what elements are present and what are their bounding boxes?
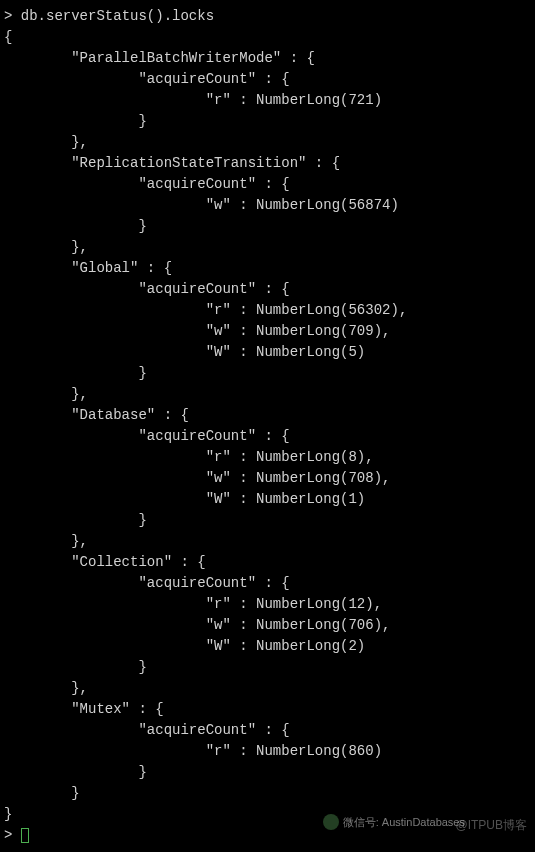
output-line: "ParallelBatchWriterMode" : { — [4, 48, 531, 69]
output-line: "acquireCount" : { — [4, 573, 531, 594]
output-line: } — [4, 783, 531, 804]
output-line: "Collection" : { — [4, 552, 531, 573]
lock-value: NumberLong(2) — [256, 638, 365, 654]
lock-value: NumberLong(12) — [256, 596, 374, 612]
lock-value: NumberLong(56302) — [256, 302, 399, 318]
lock-value: NumberLong(8) — [256, 449, 365, 465]
output-line: "w" : NumberLong(708), — [4, 468, 531, 489]
wechat-text: 微信号: AustinDatabases — [343, 814, 465, 831]
output-line: }, — [4, 237, 531, 258]
output-line: "r" : NumberLong(56302), — [4, 300, 531, 321]
wechat-label: 微信号: AustinDatabases — [323, 814, 465, 831]
command-text: db.serverStatus().locks — [21, 8, 214, 24]
output-line: "r" : NumberLong(8), — [4, 447, 531, 468]
lock-value: NumberLong(721) — [256, 92, 382, 108]
lock-value: NumberLong(709) — [256, 323, 382, 339]
lock-value: NumberLong(860) — [256, 743, 382, 759]
output-line: "acquireCount" : { — [4, 426, 531, 447]
output-line: "w" : NumberLong(709), — [4, 321, 531, 342]
wechat-icon — [323, 814, 339, 830]
output-line: "r" : NumberLong(721) — [4, 90, 531, 111]
cursor-icon — [21, 828, 29, 843]
output-line: "r" : NumberLong(12), — [4, 594, 531, 615]
output-line: { — [4, 27, 531, 48]
output-line: }, — [4, 384, 531, 405]
lock-value: NumberLong(708) — [256, 470, 382, 486]
output-line: "W" : NumberLong(1) — [4, 489, 531, 510]
output-line: } — [4, 111, 531, 132]
terminal-output: > db.serverStatus().locks { "ParallelBat… — [4, 6, 531, 846]
prompt-symbol: > — [4, 827, 12, 843]
output-line: } — [4, 216, 531, 237]
prompt-symbol: > — [4, 8, 12, 24]
watermark-text: @ITPUB博客 — [455, 816, 527, 834]
output-line: "w" : NumberLong(56874) — [4, 195, 531, 216]
output-line: } — [4, 510, 531, 531]
output-line: "w" : NumberLong(706), — [4, 615, 531, 636]
lock-value: NumberLong(706) — [256, 617, 382, 633]
output-line: }, — [4, 678, 531, 699]
output-line: "Global" : { — [4, 258, 531, 279]
output-line: "Database" : { — [4, 405, 531, 426]
command-line[interactable]: > db.serverStatus().locks — [4, 6, 531, 27]
lock-value: NumberLong(5) — [256, 344, 365, 360]
output-line: }, — [4, 132, 531, 153]
output-line: "acquireCount" : { — [4, 720, 531, 741]
lock-value: NumberLong(1) — [256, 491, 365, 507]
output-line: } — [4, 657, 531, 678]
output-line: "r" : NumberLong(860) — [4, 741, 531, 762]
output-line: "acquireCount" : { — [4, 174, 531, 195]
output-line: "Mutex" : { — [4, 699, 531, 720]
output-line: } — [4, 363, 531, 384]
lock-value: NumberLong(56874) — [256, 197, 399, 213]
output-line: "ReplicationStateTransition" : { — [4, 153, 531, 174]
output-line: "acquireCount" : { — [4, 69, 531, 90]
output-line: "W" : NumberLong(5) — [4, 342, 531, 363]
output-line: "W" : NumberLong(2) — [4, 636, 531, 657]
output-line: } — [4, 762, 531, 783]
output-line: }, — [4, 531, 531, 552]
output-line: "acquireCount" : { — [4, 279, 531, 300]
